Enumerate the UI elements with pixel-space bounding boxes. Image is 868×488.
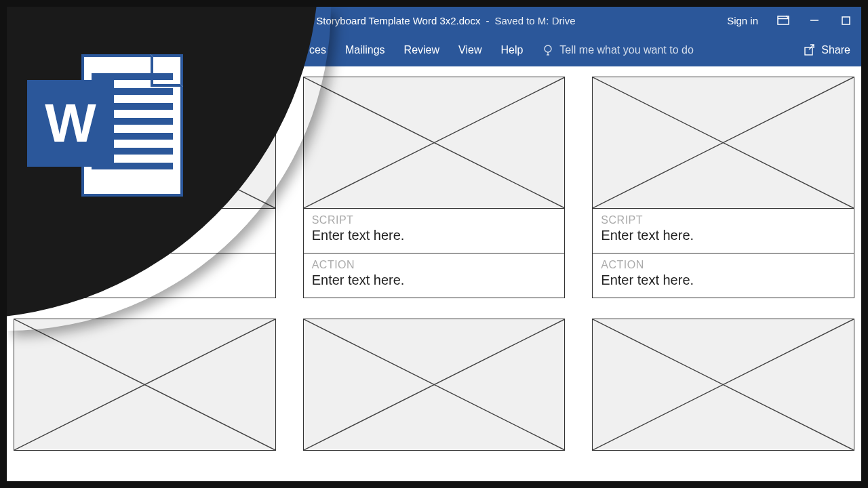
x-cross-icon	[304, 319, 565, 450]
script-field-label: SCRIPT	[601, 214, 846, 226]
storyboard-image-placeholder[interactable]	[303, 319, 566, 451]
word-logo-letter: W	[45, 92, 96, 155]
x-cross-icon	[593, 319, 854, 450]
title-separator: -	[486, 15, 489, 26]
action-field-label: ACTION	[312, 259, 557, 271]
x-cross-icon	[14, 319, 275, 450]
x-cross-icon	[304, 77, 565, 208]
script-field[interactable]: SCRIPT Enter text here.	[303, 209, 566, 253]
ribbon-display-options-button[interactable]	[768, 7, 799, 34]
storyboard-cell	[14, 319, 276, 451]
storyboard-cell	[303, 319, 566, 451]
script-field[interactable]: SCRIPT Enter text here.	[592, 209, 854, 253]
action-field-text: Enter text here.	[601, 272, 846, 288]
storyboard-image-placeholder[interactable]	[592, 319, 854, 451]
save-status: Saved to M: Drive	[494, 15, 575, 26]
svg-rect-0	[778, 16, 789, 24]
storyboard-image-placeholder[interactable]	[303, 77, 566, 209]
storyboard-cell	[592, 319, 854, 451]
action-field[interactable]: ACTION Enter text here.	[592, 253, 854, 298]
share-icon	[804, 44, 816, 56]
lightbulb-icon	[542, 44, 554, 56]
svg-rect-3	[842, 17, 850, 24]
minimize-icon	[810, 16, 819, 25]
svg-point-4	[545, 45, 551, 52]
storyboard-row	[14, 319, 854, 451]
storyboard-cell: SCRIPT Enter text here. ACTION Enter tex…	[592, 77, 854, 298]
document-name: Free Storyboard Template Word 3x2.docx	[292, 15, 480, 26]
script-field-text: Enter text here.	[601, 228, 846, 243]
word-logo: W	[27, 54, 183, 210]
share-label: Share	[821, 44, 850, 56]
script-field-label: SCRIPT	[312, 214, 557, 226]
script-field-text: Enter text here.	[312, 228, 557, 243]
word-logo-tile: W	[27, 80, 114, 167]
action-field[interactable]: ACTION Enter text here.	[303, 253, 566, 298]
tab-review[interactable]: Review	[404, 44, 439, 56]
action-field-text: Enter text here.	[312, 272, 557, 288]
tab-help[interactable]: Help	[500, 44, 523, 56]
titlebar-right: Sign in	[717, 7, 861, 34]
document-title-area: Free Storyboard Template Word 3x2.docx -…	[292, 15, 575, 26]
app-frame: Free Storyboard Template Word 3x2.docx -…	[7, 7, 861, 481]
storyboard-image-placeholder[interactable]	[14, 319, 276, 451]
storyboard-image-placeholder[interactable]	[592, 77, 854, 209]
sign-in-button[interactable]: Sign in	[717, 15, 768, 26]
minimize-button[interactable]	[799, 7, 830, 34]
maximize-icon	[842, 16, 850, 25]
action-field-label: ACTION	[601, 259, 846, 271]
svg-rect-7	[805, 47, 812, 55]
tell-me-search[interactable]: Tell me what you want to do	[542, 44, 693, 56]
storyboard-cell: SCRIPT Enter text here. ACTION Enter tex…	[303, 77, 566, 298]
tell-me-placeholder: Tell me what you want to do	[559, 44, 693, 56]
x-cross-icon	[593, 77, 854, 208]
ribbon-display-icon	[777, 16, 789, 25]
tab-view[interactable]: View	[458, 44, 481, 56]
tab-mailings[interactable]: Mailings	[345, 44, 385, 56]
maximize-button[interactable]	[830, 7, 861, 34]
share-button[interactable]: Share	[804, 44, 850, 56]
